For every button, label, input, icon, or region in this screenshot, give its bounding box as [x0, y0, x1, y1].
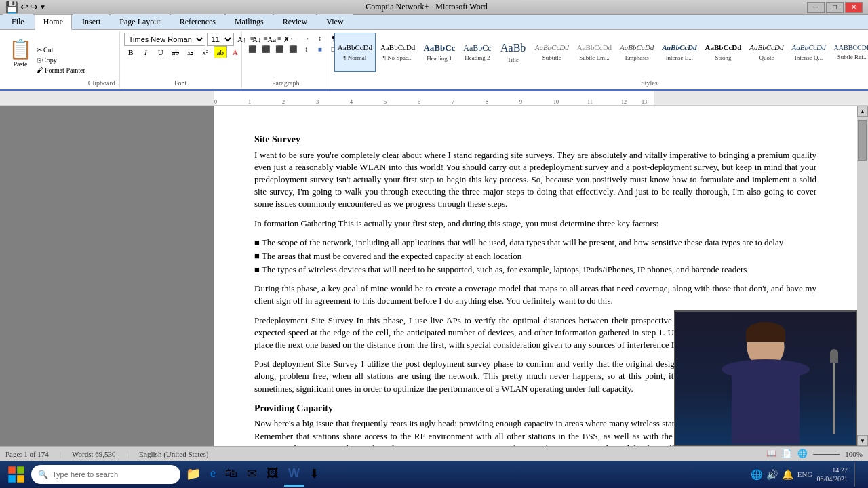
- network-icon[interactable]: 🌐: [751, 469, 762, 481]
- cut-button[interactable]: ✂ Cut: [34, 45, 88, 54]
- tab-view[interactable]: View: [317, 14, 352, 29]
- time-display[interactable]: 14:27 06/04/2021: [816, 466, 848, 483]
- font-name-select[interactable]: Times New Roman: [124, 33, 205, 46]
- taskbar: 🔍 Type here to search 📁 e 🛍 ✉ 🖼 W ⬇ 🌐 🔊 …: [0, 461, 868, 488]
- scroll-track[interactable]: [857, 117, 868, 435]
- tab-review[interactable]: Review: [274, 14, 317, 29]
- style-intense-e[interactable]: AaBbCcDd Intense E...: [658, 33, 700, 72]
- ruler-mark-12: 12: [621, 99, 627, 105]
- highlight-button[interactable]: ab: [214, 46, 227, 58]
- style-subtle-ref[interactable]: AaBbCcDd Subtle Ref...: [831, 33, 868, 72]
- font-group-label: Font: [124, 78, 237, 87]
- tab-file[interactable]: File: [3, 14, 33, 29]
- justify-button[interactable]: ⬛: [287, 43, 299, 54]
- notification-icon[interactable]: 🔔: [782, 469, 793, 481]
- increase-indent-button[interactable]: →: [300, 33, 313, 43]
- quick-access-left: 💾 ↩ ↪ ▼: [5, 1, 46, 14]
- taskbar-mail[interactable]: ✉: [243, 462, 261, 487]
- style-title[interactable]: AaBb Title: [496, 33, 530, 72]
- shading-button[interactable]: ■: [314, 43, 326, 54]
- taskbar-word[interactable]: W: [284, 462, 304, 487]
- page-count: Page: 1 of 174: [5, 450, 49, 458]
- superscript-button[interactable]: x²: [199, 46, 212, 58]
- ruler-mark-13: 13: [642, 99, 647, 105]
- decrease-indent-button[interactable]: ←: [287, 33, 299, 43]
- bullets-button[interactable]: ≡: [246, 33, 258, 43]
- style-heading2[interactable]: AaBbCc Heading 2: [460, 33, 494, 72]
- align-left-button[interactable]: ⬛: [246, 43, 258, 54]
- style-subtle-em[interactable]: AaBbCcDd Subtle Em...: [574, 33, 615, 72]
- minimize-button[interactable]: ─: [807, 2, 825, 13]
- format-painter-button[interactable]: 🖌 Format Painter: [34, 66, 88, 75]
- web-layout-button[interactable]: 🌐: [797, 449, 808, 459]
- style-quote[interactable]: AaBbCcDd Quote: [746, 33, 787, 72]
- mail-icon: ✉: [247, 466, 257, 481]
- italic-button[interactable]: I: [139, 46, 153, 58]
- read-mode-button[interactable]: 📖: [766, 449, 776, 459]
- keyboard-indicator: ENG: [797, 470, 813, 479]
- font-color-button[interactable]: A: [229, 46, 242, 58]
- strikethrough-button[interactable]: ab: [169, 46, 182, 58]
- scroll-thumb[interactable]: [858, 120, 867, 161]
- search-placeholder: Type here to search: [52, 470, 118, 479]
- style-strong[interactable]: AaBbCcDd Strong: [702, 33, 745, 72]
- volume-icon[interactable]: 🔊: [766, 469, 778, 481]
- document-page[interactable]: Site Survey I want to be sure you're com…: [214, 106, 857, 446]
- window-title: Comptia Network+ - Microsoft Word: [46, 2, 807, 12]
- multilevel-button[interactable]: ≡: [273, 33, 285, 43]
- search-bar[interactable]: 🔍 Type here to search: [31, 465, 180, 484]
- bold-button[interactable]: B: [124, 46, 138, 58]
- show-desktop-button[interactable]: [854, 462, 860, 487]
- sort-button[interactable]: ↕: [314, 33, 326, 43]
- start-button[interactable]: [3, 462, 30, 487]
- numbering-button[interactable]: ≡: [260, 33, 272, 43]
- system-tray: 🌐 🔊 🔔 ENG 14:27 06/04/2021: [751, 462, 865, 487]
- tab-mailings[interactable]: Mailings: [226, 14, 273, 29]
- style-heading1[interactable]: AaBbCc Heading 1: [420, 33, 458, 72]
- style-emphasis[interactable]: AaBbCcDd Emphasis: [616, 33, 657, 72]
- scroll-down-button[interactable]: ▼: [857, 435, 868, 446]
- style-normal[interactable]: AaBbCcDd ¶ Normal: [334, 33, 376, 72]
- ruler-mark-5: 5: [384, 99, 387, 105]
- style-no-spacing[interactable]: AaBbCcDd ¶ No Spac...: [377, 33, 418, 72]
- style-subtitle[interactable]: AaBbCcDd Subtitle: [532, 33, 572, 72]
- tab-references[interactable]: References: [171, 14, 224, 29]
- paste-label: Paste: [13, 60, 27, 68]
- taskbar-store[interactable]: 🛍: [221, 462, 241, 487]
- styles-group: AaBbCcDd ¶ Normal AaBbCcDd ¶ No Spac... …: [330, 31, 868, 88]
- store-icon: 🛍: [225, 466, 237, 481]
- zoom-slider[interactable]: ─────: [813, 450, 840, 458]
- align-right-button[interactable]: ⬛: [273, 43, 285, 54]
- line-spacing-button[interactable]: ↕: [300, 43, 313, 54]
- style-intense-q[interactable]: AaBbCcDd Intense Q...: [788, 33, 829, 72]
- maximize-button[interactable]: □: [826, 2, 844, 13]
- underline-button[interactable]: U: [154, 46, 167, 58]
- scroll-up-button[interactable]: ▲: [857, 106, 868, 117]
- tab-home[interactable]: Home: [35, 14, 72, 30]
- ruler-mark-4: 4: [350, 99, 353, 105]
- print-layout-button[interactable]: 📄: [782, 449, 792, 459]
- clipboard-label: Clipboard: [88, 78, 115, 87]
- paragraph-group: ≡ ≡ ≡ ← → ↕ ¶ ⬛ ⬛ ⬛ ⬛ ↕ ■ □ Paragraph: [242, 31, 330, 88]
- download-icon: ⬇: [309, 466, 319, 481]
- align-center-button[interactable]: ⬛: [260, 43, 272, 54]
- tab-page-layout[interactable]: Page Layout: [111, 14, 169, 29]
- bullet-1: The scope of the network, including all …: [254, 237, 816, 249]
- taskbar-file-explorer[interactable]: 📁: [182, 462, 205, 487]
- font-size-select[interactable]: 11: [207, 33, 234, 46]
- language: English (United States): [139, 450, 209, 458]
- subscript-button[interactable]: x₂: [184, 46, 197, 58]
- copy-button[interactable]: ⎘ Copy: [34, 56, 88, 64]
- paragraph-2: In formation Gathering This is actually …: [254, 218, 816, 230]
- taskbar-photos[interactable]: 🖼: [262, 462, 283, 487]
- vertical-scrollbar[interactable]: ▲ ▼: [857, 106, 868, 446]
- taskbar-download[interactable]: ⬇: [305, 462, 323, 487]
- tab-insert[interactable]: Insert: [73, 14, 109, 29]
- para-row-1: ≡ ≡ ≡ ← → ↕ ¶: [246, 33, 340, 43]
- paste-button[interactable]: 📋 Paste: [7, 33, 34, 73]
- photos-icon: 🖼: [267, 466, 279, 481]
- clock-date: 06/04/2021: [816, 474, 848, 483]
- close-button[interactable]: ✕: [845, 2, 863, 13]
- taskbar-edge[interactable]: e: [206, 462, 220, 487]
- main-area: Site Survey I want to be sure you're com…: [0, 106, 868, 446]
